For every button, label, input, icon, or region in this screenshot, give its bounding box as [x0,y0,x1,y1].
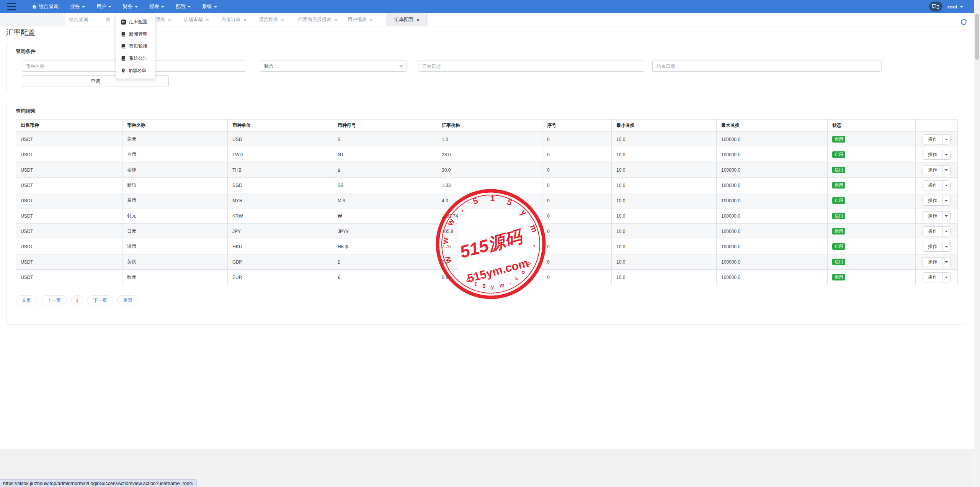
row-action-button[interactable]: 操作 [923,242,951,252]
row-action-button[interactable]: 操作 [923,180,951,190]
cell-sell_currency: USDT [16,193,122,208]
tab-close-icon[interactable]: × [416,17,420,22]
nav-item-业务[interactable]: 业务 [70,3,85,10]
scrollbar[interactable] [974,0,980,487]
nav-item-系统[interactable]: 系统 [202,3,217,10]
row-action-button[interactable]: 操作 [923,134,951,144]
tab-close-icon[interactable]: × [243,17,247,22]
row-action-button[interactable]: 操作 [923,211,951,221]
main-menu: 综合查询业务用户财务报表配置系统 [0,0,217,13]
cell-actions: 操作 [916,224,958,239]
cell-seq: 0 [542,178,612,193]
scrollbar-thumb[interactable] [975,14,979,60]
menu-item-新闻管理[interactable]: 新闻管理 [116,28,155,41]
book-icon [121,56,126,61]
nav-item-财务[interactable]: 财务 [123,3,138,10]
row-action-dropdown-caret[interactable] [942,166,950,175]
tab-用户报表[interactable]: 用户报表× [348,13,373,26]
chevron-down-icon [945,154,948,156]
pagination-current-page[interactable]: 1 [71,295,83,305]
end-date-input[interactable] [652,61,882,72]
cell-unit: GBP [228,254,333,270]
hamburger-menu-icon[interactable] [7,3,16,10]
row-action-dropdown-caret[interactable] [942,212,950,221]
table-row: USDT日元JPYJPY¥105.8010.0100000.0启用操作 [16,224,958,239]
cell-rate: 0.83 [437,270,542,285]
cell-status: 启用 [828,162,916,178]
tab-汇率配置[interactable]: 汇率配置× [386,13,428,26]
cell-max: 100000.0 [717,178,828,193]
tab-close-icon[interactable]: × [335,17,338,22]
nav-item-报表[interactable]: 报表 [149,3,164,10]
pagination-prev[interactable]: 上一页 [41,295,67,305]
pagination-last[interactable]: 尾页 [117,295,139,305]
cell-status: 启用 [828,178,916,193]
table-row: USDT韩元KRW₩1103.74010.0100000.0启用操作 [16,208,958,224]
row-action-dropdown-caret[interactable] [942,242,950,251]
refresh-icon[interactable] [960,19,967,25]
row-action-button[interactable]: 操作 [923,272,951,282]
tab-close-icon[interactable]: × [370,17,373,22]
cell-unit: EUR [228,270,333,285]
row-action-button[interactable]: 操作 [923,165,951,175]
start-date-input[interactable] [418,61,644,72]
tab-理商[interactable]: 理商× [155,13,171,26]
user-menu[interactable]: root [947,4,963,10]
cell-name: 港币 [122,239,228,254]
top-navbar: 综合查询业务用户财务报表配置系统 root [0,0,974,13]
tab-close-icon[interactable]: × [206,17,209,22]
cell-min: 10.0 [612,254,717,270]
chat-button[interactable] [929,2,942,11]
nav-item-综合查询[interactable]: 综合查询 [32,3,59,10]
cell-max: 100000.0 [717,224,828,239]
menu-item-系统公告[interactable]: 系统公告 [116,52,155,65]
status-select[interactable]: 状态 [260,61,407,72]
row-action-button[interactable]: 操作 [923,226,951,236]
config-dropdown-menu: H汇率配置新闻管理首页轮播系统公告ip黑名单 [116,14,155,79]
row-action-dropdown-caret[interactable] [942,135,950,144]
row-action-button[interactable]: 操作 [923,150,951,160]
tab-商[interactable]: 商 [106,13,111,26]
menu-item-汇率配置[interactable]: H汇率配置 [116,16,155,28]
chevron-down-icon [400,64,403,67]
row-action-dropdown-caret[interactable] [942,181,950,190]
cell-name: 欧元 [122,270,228,285]
book-icon [121,32,126,37]
nav-item-配置[interactable]: 配置 [176,3,191,10]
tab-综合查询[interactable]: 综合查询 [69,13,88,26]
menu-item-首页轮播[interactable]: 首页轮播 [116,40,155,52]
row-action-button[interactable]: 操作 [923,257,951,267]
menu-item-ip黑名单[interactable]: ip黑名单 [116,64,155,77]
tab-代理商充提报表[interactable]: 代理商充提报表× [298,13,337,26]
nav-item-用户[interactable]: 用户 [96,3,111,10]
row-action-dropdown-caret[interactable] [942,150,950,159]
row-action-dropdown-caret[interactable] [942,273,950,282]
tab-店铺审核[interactable]: 店铺审核× [184,13,209,26]
column-header: 币种符号 [333,120,437,132]
pagination-first[interactable]: 首页 [16,295,37,305]
row-action-dropdown-caret[interactable] [942,196,950,205]
tab-运营数据[interactable]: 运营数据× [259,13,284,26]
pagination-next[interactable]: 下一页 [87,295,113,305]
cell-unit: JPY [228,224,333,239]
tab-label: 汇率配置 [394,16,413,23]
nav-item-label: 系统 [202,3,212,10]
nav-item-label: 用户 [96,3,106,10]
chevron-down-icon [945,231,948,232]
cell-name: 新币 [122,178,228,193]
cell-actions: 操作 [916,147,958,162]
tab-close-icon[interactable]: × [281,17,284,22]
cell-sell_currency: USDT [16,132,122,147]
cell-min: 10.0 [612,224,717,239]
cell-sell_currency: USDT [16,208,122,224]
tab-label: 运营数据 [259,16,278,23]
row-action-button[interactable]: 操作 [923,196,951,206]
tab-close-icon[interactable]: × [168,17,171,22]
tab-充值订单[interactable]: 充值订单× [221,13,247,26]
status-badge: 启用 [832,182,845,189]
tab-label: 店铺审核 [184,16,203,23]
cell-rate: 28.0 [437,147,542,162]
chevron-down-icon [960,6,963,8]
row-action-dropdown-caret[interactable] [942,227,950,236]
row-action-dropdown-caret[interactable] [942,257,950,267]
